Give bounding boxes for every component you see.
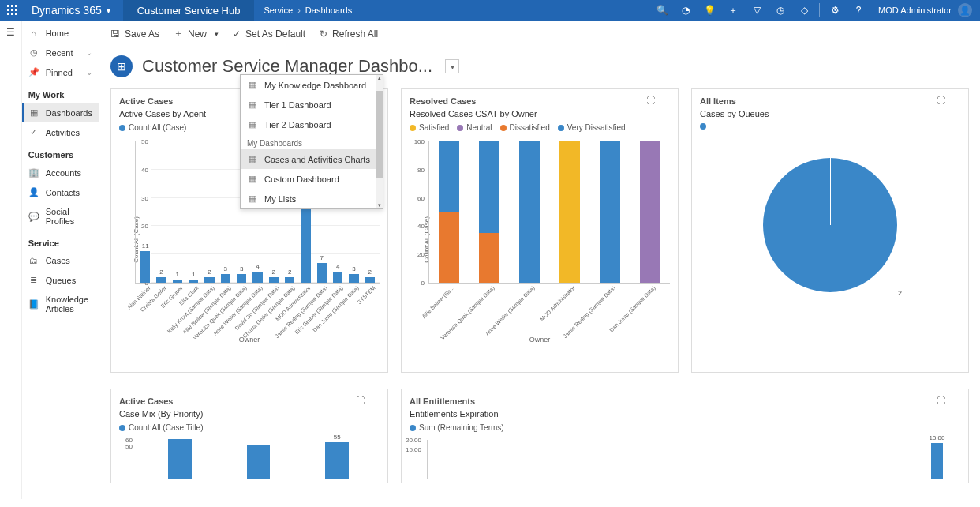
expand-icon[interactable]: ⛶ xyxy=(937,96,945,106)
hamburger-icon[interactable]: ☰ xyxy=(0,27,21,38)
breadcrumb-item[interactable]: Service xyxy=(264,6,293,15)
bar-value: 2 xyxy=(368,269,372,276)
legend-item: Very Dissatisfied xyxy=(558,123,626,132)
sidebar-item-pinned[interactable]: 📌Pinned⌄ xyxy=(22,62,99,82)
bar xyxy=(140,439,219,479)
card-title: Active Cases xyxy=(119,96,174,106)
dropdown-item[interactable]: ▦Custom Dashboard xyxy=(241,169,383,189)
dropdown-item[interactable]: ▦Tier 2 Dashboard xyxy=(241,115,383,134)
bar-value: 55 xyxy=(334,434,341,441)
svg-rect-2 xyxy=(15,5,17,7)
user-icon: 👤 xyxy=(28,187,39,197)
expand-icon[interactable]: ⛶ xyxy=(646,96,655,106)
bar-value: 2 xyxy=(288,269,291,276)
dropdown-item[interactable]: ▦Tier 1 Dashboard xyxy=(241,95,383,115)
card-resolved-cases: Resolved Cases ⛶ ⋯ Resolved Cases CSAT b… xyxy=(401,88,679,373)
sidebar-item-dashboards[interactable]: ▦Dashboards xyxy=(22,103,99,122)
dropdown-item-label: My Knowledge Dashboard xyxy=(264,81,366,90)
sidebar-item-recent[interactable]: ◷Recent⌄ xyxy=(22,43,99,62)
sidebar-item-label: Knowledge Articles xyxy=(46,295,92,314)
help-icon[interactable]: ? xyxy=(847,0,870,21)
sidebar-item-home[interactable]: ⌂Home xyxy=(22,24,99,43)
user-menu[interactable]: MOD Administrator 👤 xyxy=(870,3,980,17)
hub-label[interactable]: Customer Service Hub xyxy=(123,0,255,21)
bar-value: 2 xyxy=(208,269,211,276)
book-icon: 📘 xyxy=(28,299,39,310)
sidebar-item-label: Dashboards xyxy=(46,108,92,118)
sidebar-item-accounts[interactable]: 🏢Accounts xyxy=(22,163,99,182)
expand-icon[interactable]: ⛶ xyxy=(356,396,365,406)
card-subtitle: Case Mix (By Priority) xyxy=(111,409,387,422)
stacked-bar: MOD Administrator xyxy=(555,141,585,283)
new-button[interactable]: ＋New▾ xyxy=(174,27,219,40)
bar: 2Christa Geller (Sample Data) xyxy=(282,269,297,283)
brand-menu[interactable]: Dynamics 365 ▾ xyxy=(25,4,123,17)
pin-icon: 📌 xyxy=(28,67,39,77)
dropdown-item[interactable]: ▦Cases and Activities Charts xyxy=(241,149,383,169)
sidebar-item-label: Pinned xyxy=(46,68,73,77)
search-icon[interactable]: 🔍 xyxy=(650,0,674,21)
svg-rect-3 xyxy=(7,9,9,11)
bar: 18.00 xyxy=(917,434,957,479)
scroll-up-icon[interactable]: ▴ xyxy=(376,75,383,81)
nav-icon[interactable]: ◇ xyxy=(792,0,816,21)
card-case-mix: Active Cases ⛶ ⋯ Case Mix (By Priority) … xyxy=(110,389,388,483)
sidebar-item-queues[interactable]: ≣Queues xyxy=(22,270,99,290)
lightbulb-icon[interactable]: 💡 xyxy=(698,0,721,21)
legend-label: Count:All (Case Title) xyxy=(129,423,203,432)
bar-value: 11 xyxy=(142,242,149,250)
sidebar-group: Service xyxy=(22,231,99,251)
bar-value: 3 xyxy=(352,265,355,272)
sidebar-item-cases[interactable]: 🗂Cases xyxy=(22,251,99,270)
bar-value: 3 xyxy=(224,265,227,272)
sidebar-group: Customers xyxy=(22,142,99,163)
clock-icon[interactable]: ◷ xyxy=(769,0,792,21)
task-icon[interactable]: ◔ xyxy=(674,0,698,21)
bar-value: 7 xyxy=(320,254,324,261)
dashboard-icon: ▦ xyxy=(249,193,258,204)
app-launcher-button[interactable] xyxy=(0,0,25,21)
filter-icon[interactable]: ▽ xyxy=(745,0,769,21)
card-all-items: All Items ⛶ ⋯ Cases by Queues 2 xyxy=(691,88,969,373)
bar-value: 18.00 xyxy=(929,434,944,441)
add-icon[interactable]: ＋ xyxy=(721,0,745,21)
chevron-down-icon: ▾ xyxy=(107,6,110,15)
svg-rect-0 xyxy=(7,5,9,7)
chevron-down-icon: ⌄ xyxy=(86,68,92,77)
building-icon: 🏢 xyxy=(28,167,39,178)
card-title: Active Cases xyxy=(119,396,174,406)
sidebar-item-contacts[interactable]: 👤Contacts xyxy=(22,182,99,202)
sidebar-item-social-profiles[interactable]: 💬Social Profiles xyxy=(22,202,99,231)
bar: 3Dan Jump (Sample Data) xyxy=(346,265,361,283)
svg-rect-8 xyxy=(15,13,17,15)
more-icon[interactable]: ⋯ xyxy=(952,96,960,106)
more-icon[interactable]: ⋯ xyxy=(952,396,960,406)
sidebar-item-label: Recent xyxy=(46,48,73,58)
x-axis-label: Owner xyxy=(119,336,380,344)
refresh-button[interactable]: ↻Refresh All xyxy=(320,28,378,39)
sidebar-item-knowledge-articles[interactable]: 📘Knowledge Articles xyxy=(22,290,99,318)
more-icon[interactable]: ⋯ xyxy=(371,396,380,406)
dashboard-icon: ▦ xyxy=(249,174,258,184)
save-as-button[interactable]: 🖫Save As xyxy=(110,28,159,39)
sidebar-item-activities[interactable]: ✓Activities xyxy=(22,122,99,142)
dropdown-item[interactable]: ▦My Knowledge Dashboard xyxy=(241,75,383,95)
dashboard-picker-button[interactable]: ▾ xyxy=(445,59,459,73)
bar xyxy=(219,445,298,479)
sidebar-group: My Work xyxy=(22,82,99,103)
more-icon[interactable]: ⋯ xyxy=(661,96,670,106)
dropdown-item[interactable]: ▦My Lists xyxy=(241,189,383,208)
avatar-icon: 👤 xyxy=(958,3,972,17)
bar: 2Kelly Krout (Sample Data) xyxy=(201,269,217,283)
svg-rect-7 xyxy=(11,13,13,15)
stacked-bar: Jamie Reding (Sample Data) xyxy=(596,141,625,283)
bar: 4Eric Gruber (Sample Data) xyxy=(330,263,346,283)
settings-icon[interactable]: ⚙ xyxy=(823,0,847,21)
scrollbar-thumb[interactable] xyxy=(376,91,383,178)
set-default-button[interactable]: ✓Set As Default xyxy=(233,28,305,39)
scroll-down-icon[interactable]: ▾ xyxy=(376,202,383,208)
bar: 1Eric Gruber xyxy=(170,271,185,283)
breadcrumb-item[interactable]: Dashboards xyxy=(305,6,352,15)
expand-icon[interactable]: ⛶ xyxy=(937,396,945,406)
card-subtitle: Entitlements Expiration xyxy=(402,409,968,422)
